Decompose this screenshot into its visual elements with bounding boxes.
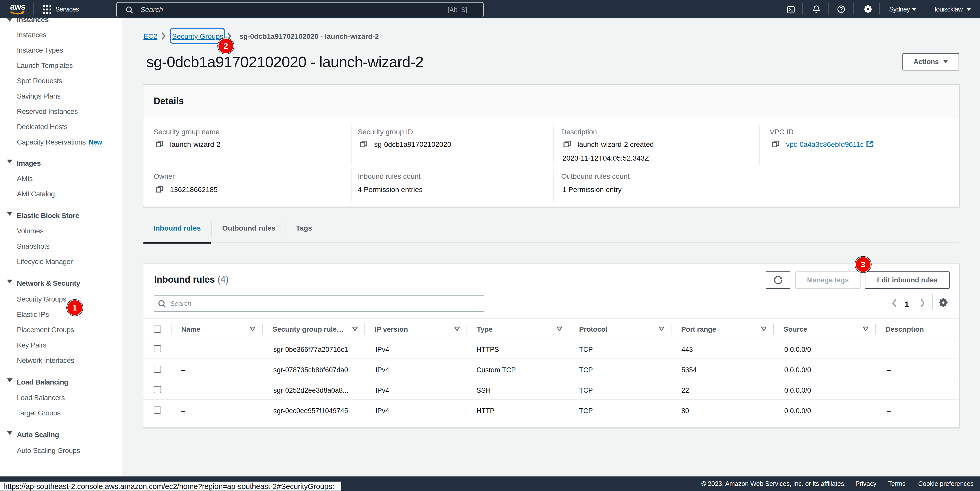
svg-text:aws: aws bbox=[10, 2, 25, 11]
